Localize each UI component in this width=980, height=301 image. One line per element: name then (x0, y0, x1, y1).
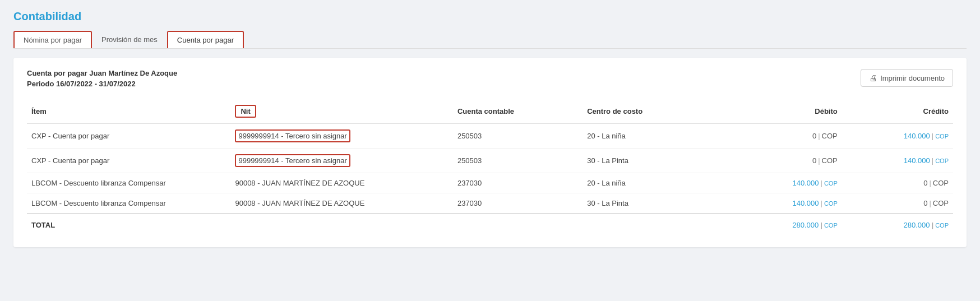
cell-item: CXP - Cuenta por pagar (27, 149, 230, 173)
total-debito-amount: 280.000 | COP (735, 221, 837, 229)
total-debito-currency: COP (824, 222, 838, 229)
nit-value: 90008 - JUAN MARTÍNEZ DE AZOQUE (235, 199, 364, 207)
debito-currency: COP (822, 132, 838, 140)
credito-sep: | (929, 179, 931, 187)
credito-amount: 140.000 | COP (847, 156, 949, 165)
credito-amount: 0 | COP (847, 199, 949, 207)
col-header-cuenta: Cuenta contable (453, 99, 583, 124)
total-credito-value: 280.000 (904, 221, 930, 229)
col-header-nit: Nit (230, 99, 452, 124)
cell-centro: 30 - La Pinta (583, 149, 731, 173)
credito-value: 140.000 (904, 156, 930, 165)
total-debito-sep: | (820, 221, 822, 229)
debito-value: 140.000 (792, 199, 819, 207)
nit-value-highlighted: 9999999914 - Tercero sin asignar (235, 129, 350, 142)
total-label: TOTAL (27, 214, 230, 236)
doc-title: Cuenta por pagar Juan Martínez De Azoque (27, 69, 177, 77)
table-row: LBCOM - Descuento libranza Compensar 900… (27, 173, 953, 193)
tab-nomina[interactable]: Nómina por pagar (13, 31, 92, 48)
debito-sep: | (820, 179, 822, 187)
debito-value: 140.000 (792, 179, 819, 187)
col-header-credito: Crédito (842, 99, 953, 124)
debito-sep: | (818, 156, 820, 165)
debito-value: 0 (812, 156, 816, 165)
cell-centro: 30 - La Pinta (583, 193, 731, 214)
print-icon: 🖨 (869, 73, 877, 82)
page-wrapper: Contabilidad Nómina por pagar Provisión … (0, 0, 980, 301)
total-credito-currency: COP (935, 222, 949, 229)
print-button[interactable]: 🖨 Imprimir documento (861, 69, 953, 87)
total-centro-empty (583, 214, 731, 236)
doc-period: Periodo 16/07/2022 - 31/07/2022 (27, 80, 177, 88)
cell-item: LBCOM - Descuento libranza Compensar (27, 173, 230, 193)
cell-credito: 140.000 | COP (842, 124, 953, 149)
nit-value-highlighted: 9999999914 - Tercero sin asignar (235, 154, 350, 167)
debito-sep: | (820, 199, 822, 207)
total-debito-cell: 280.000 | COP (731, 214, 842, 236)
table-row: CXP - Cuenta por pagar 9999999914 - Terc… (27, 124, 953, 149)
cell-cuenta: 250503 (453, 149, 583, 173)
cell-debito: 0 | COP (731, 149, 842, 173)
cell-cuenta: 237030 (453, 173, 583, 193)
credito-amount: 140.000 | COP (847, 132, 949, 140)
credito-sep: | (932, 156, 933, 165)
doc-header: Cuenta por pagar Juan Martínez De Azoque… (27, 69, 953, 88)
table-footer: TOTAL 280.000 | COP 280.000 (27, 214, 953, 236)
doc-info: Cuenta por pagar Juan Martínez De Azoque… (27, 69, 177, 88)
tab-cuenta[interactable]: Cuenta por pagar (167, 31, 244, 48)
table-row: CXP - Cuenta por pagar 9999999914 - Terc… (27, 149, 953, 173)
debito-amount: 140.000 | COP (735, 179, 837, 187)
credito-currency: COP (933, 199, 949, 207)
debito-currency: COP (824, 200, 838, 207)
cell-cuenta: 237030 (453, 193, 583, 214)
col-header-centro: Centro de costo (583, 99, 731, 124)
total-credito-cell: 280.000 | COP (842, 214, 953, 236)
content-area: Cuenta por pagar Juan Martínez De Azoque… (13, 58, 967, 247)
cell-nit: 90008 - JUAN MARTÍNEZ DE AZOQUE (230, 193, 452, 214)
credito-sep: | (932, 132, 933, 140)
debito-amount: 0 | COP (735, 132, 837, 140)
cell-item: LBCOM - Descuento libranza Compensar (27, 193, 230, 214)
cell-centro: 20 - La niña (583, 173, 731, 193)
debito-amount: 140.000 | COP (735, 199, 837, 207)
cell-nit: 9999999914 - Tercero sin asignar (230, 124, 452, 149)
page-title: Contabilidad (13, 10, 967, 23)
total-credito-amount: 280.000 | COP (847, 221, 949, 229)
tabs-row: Nómina por pagar Provisión de mes Cuenta… (13, 31, 967, 49)
credito-value: 140.000 (904, 132, 930, 140)
table-header-row: Ítem Nit Cuenta contable Centro de costo… (27, 99, 953, 124)
accounting-table: Ítem Nit Cuenta contable Centro de costo… (27, 99, 953, 236)
debito-currency: COP (822, 156, 838, 165)
debito-currency: COP (824, 180, 838, 187)
table-body: CXP - Cuenta por pagar 9999999914 - Terc… (27, 124, 953, 214)
credito-currency: COP (935, 133, 949, 140)
credito-currency: COP (933, 179, 949, 187)
credito-value: 0 (923, 199, 927, 207)
total-row: TOTAL 280.000 | COP 280.000 (27, 214, 953, 236)
col-header-debito: Débito (731, 99, 842, 124)
print-button-label: Imprimir documento (880, 74, 945, 82)
col-header-item: Ítem (27, 99, 230, 124)
nit-header-highlight: Nit (235, 105, 256, 118)
credito-currency: COP (935, 158, 949, 164)
nit-value: 90008 - JUAN MARTÍNEZ DE AZOQUE (235, 179, 364, 187)
total-debito-value: 280.000 (792, 221, 819, 229)
cell-debito: 140.000 | COP (731, 193, 842, 214)
cell-cuenta: 250503 (453, 124, 583, 149)
credito-sep: | (929, 199, 931, 207)
debito-value: 0 (812, 132, 816, 140)
total-credito-sep: | (932, 221, 934, 229)
total-cuenta-empty (453, 214, 583, 236)
tab-provision[interactable]: Provisión de mes (92, 31, 167, 48)
cell-debito: 0 | COP (731, 124, 842, 149)
debito-amount: 0 | COP (735, 156, 837, 165)
cell-debito: 140.000 | COP (731, 173, 842, 193)
cell-credito: 0 | COP (842, 193, 953, 214)
cell-credito: 0 | COP (842, 173, 953, 193)
credito-amount: 0 | COP (847, 179, 949, 187)
total-nit-empty (230, 214, 452, 236)
credito-value: 0 (923, 179, 927, 187)
cell-item: CXP - Cuenta por pagar (27, 124, 230, 149)
cell-nit: 90008 - JUAN MARTÍNEZ DE AZOQUE (230, 173, 452, 193)
cell-credito: 140.000 | COP (842, 149, 953, 173)
